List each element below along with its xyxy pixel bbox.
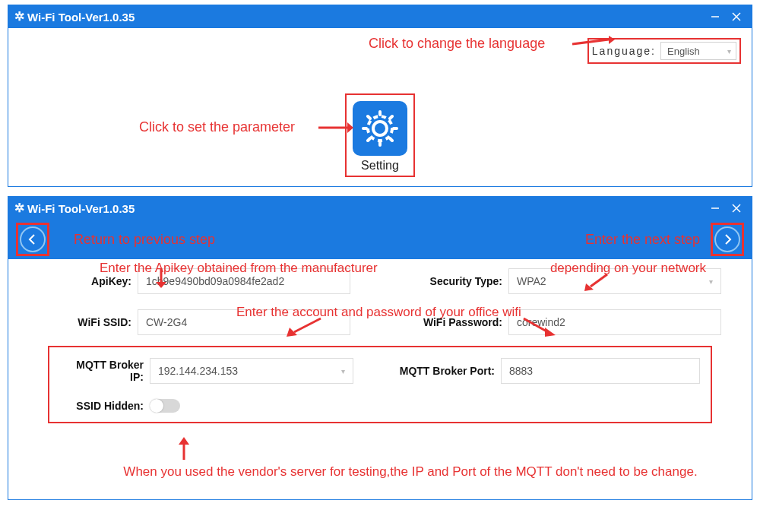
svg-line-14 <box>591 274 607 287</box>
svg-marker-19 <box>545 328 556 337</box>
next-button[interactable] <box>714 226 740 252</box>
window-body: Language: English ▾ <box>8 28 752 189</box>
window-settings: ✲ Wi-Fi Tool-Ver1.0.35 ApiKey: 1cb9e94 <box>8 196 752 500</box>
annotation-back: Return to previous step <box>74 232 215 248</box>
minimize-button[interactable] <box>705 5 726 28</box>
annotation-security: depending on your network <box>550 261 706 276</box>
arrow-icon <box>522 317 556 337</box>
gear-icon <box>353 101 407 156</box>
titlebar[interactable]: ✲ Wi-Fi Tool-Ver1.0.35 <box>8 5 752 28</box>
setting-button[interactable]: Setting <box>345 93 415 177</box>
arrow-icon <box>572 36 615 49</box>
svg-line-5 <box>572 40 609 44</box>
back-button[interactable] <box>20 226 46 252</box>
chevron-down-icon: ▾ <box>341 367 345 375</box>
window-title: Wi-Fi Tool-Ver1.0.35 <box>27 11 135 24</box>
ssid-hidden-toggle[interactable] <box>150 399 180 413</box>
annotation-mqtt: When you used the vendor's server for te… <box>100 464 721 480</box>
svg-line-18 <box>524 318 548 332</box>
svg-line-16 <box>294 318 321 332</box>
back-highlight <box>16 223 49 256</box>
svg-marker-21 <box>179 437 189 445</box>
svg-marker-6 <box>609 36 615 44</box>
toggle-knob <box>150 399 163 413</box>
svg-marker-8 <box>347 122 353 133</box>
arrow-icon <box>318 121 353 135</box>
arrow-icon <box>177 437 191 464</box>
arrow-icon <box>287 317 325 337</box>
annotation-wifi: Enter the account and password of your o… <box>236 305 521 320</box>
svg-point-4 <box>368 116 392 141</box>
security-label: Security Type: <box>394 275 508 287</box>
titlebar[interactable]: ✲ Wi-Fi Tool-Ver1.0.35 <box>8 197 752 220</box>
language-value: English <box>667 46 700 57</box>
mqtt-region: MQTT Broker IP: 192.144.234.153 ▾ MQTT B… <box>48 346 712 423</box>
chevron-down-icon: ▾ <box>709 277 713 286</box>
annotation-setting: Click to set the parameter <box>139 119 295 135</box>
arrow-icon <box>154 268 168 288</box>
svg-marker-13 <box>156 282 166 288</box>
app-icon: ✲ <box>14 202 24 214</box>
close-button[interactable] <box>726 5 747 28</box>
next-highlight <box>711 223 744 256</box>
chevron-down-icon: ▾ <box>727 47 731 55</box>
apikey-label: ApiKey: <box>39 275 138 287</box>
ssid-label: WiFi SSID: <box>39 316 138 328</box>
svg-point-3 <box>373 122 387 135</box>
window-title: Wi-Fi Tool-Ver1.0.35 <box>27 202 135 215</box>
broker-port-input[interactable]: 8883 <box>501 358 700 384</box>
broker-port-label: MQTT Broker Port: <box>388 365 501 377</box>
annotation-language: Click to change the language <box>369 36 545 52</box>
app-icon: ✲ <box>14 11 24 23</box>
settings-form: ApiKey: 1cb9e9490bd09a0984fe2ad2 Securit… <box>8 259 752 429</box>
annotation-apikey: Enter the Apikey obtained from the manuf… <box>100 261 378 276</box>
minimize-button[interactable] <box>705 197 726 220</box>
language-select[interactable]: English ▾ <box>660 42 736 60</box>
setting-caption: Setting <box>351 159 409 173</box>
ssid-hidden-label: SSID Hidden: <box>60 400 150 412</box>
annotation-next: Enter the next step <box>585 232 700 248</box>
window-main: ✲ Wi-Fi Tool-Ver1.0.35 Language: English… <box>8 5 752 187</box>
arrow-icon <box>584 273 610 291</box>
close-button[interactable] <box>726 197 747 220</box>
broker-ip-select[interactable]: 192.144.234.153 ▾ <box>150 358 353 384</box>
broker-ip-label: MQTT Broker IP: <box>60 359 150 383</box>
